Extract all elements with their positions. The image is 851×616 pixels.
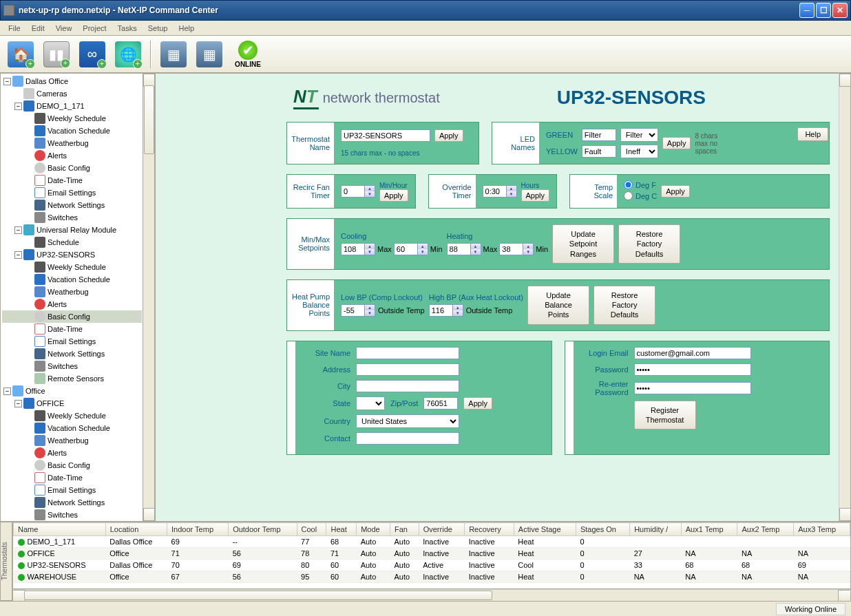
menu-project[interactable]: Project <box>77 22 112 34</box>
tree-office-root[interactable]: −Office <box>2 385 142 397</box>
grid-header-stage[interactable]: Active Stage <box>514 523 576 536</box>
tool-add-link[interactable]: ∞+ <box>76 38 109 71</box>
grid-header-cool[interactable]: Cool <box>297 523 326 536</box>
country-select[interactable]: United States <box>356 414 459 428</box>
recirc-apply-button[interactable]: Apply <box>379 189 408 202</box>
tree-weatherbug-3[interactable]: Weatherbug <box>2 434 142 447</box>
tree-weekly[interactable]: Weekly Schedule <box>2 112 142 125</box>
expander-icon[interactable]: − <box>14 103 22 110</box>
tree-relay-module[interactable]: −Universal Relay Module <box>2 224 142 236</box>
register-button[interactable]: Register Thermostat <box>634 401 696 430</box>
site-apply-button[interactable]: Apply <box>463 397 492 410</box>
tree-vacation-3[interactable]: Vacation Schedule <box>2 422 142 434</box>
temp-apply-button[interactable]: Apply <box>661 185 690 198</box>
override-apply-button[interactable]: Apply <box>521 189 550 202</box>
tree-cameras[interactable]: Cameras <box>2 87 142 100</box>
grid-header-aux3[interactable]: Aux3 Temp <box>794 523 850 536</box>
restore-setpoints-button[interactable]: Restore Factory Defaults <box>618 224 680 264</box>
site-name-input[interactable] <box>356 347 459 359</box>
grid-header-fan[interactable]: Fan <box>390 523 419 536</box>
content-scrollbar[interactable] <box>839 74 850 521</box>
tree-basic-3[interactable]: Basic Config <box>2 459 142 471</box>
grid-header-name[interactable]: Name <box>14 523 106 536</box>
tree-network-2[interactable]: Network Settings <box>2 348 142 360</box>
tree-basic-config[interactable]: Basic Config <box>2 162 142 174</box>
tree-remote[interactable]: Remote Sensors <box>2 372 142 385</box>
menu-setup[interactable]: Setup <box>143 22 174 34</box>
tool-grid-switch[interactable]: ▦ <box>157 38 190 71</box>
led-green-select[interactable]: Filter <box>620 128 658 142</box>
tree-switches-2[interactable]: Switches <box>2 360 142 372</box>
city-input[interactable] <box>356 380 459 392</box>
deg-f-radio[interactable] <box>624 180 633 189</box>
spin-down-icon[interactable]: ▼ <box>365 191 375 197</box>
tree-date-time[interactable]: Date-Time <box>2 174 142 187</box>
expander-icon[interactable]: − <box>14 251 22 259</box>
menu-edit[interactable]: Edit <box>26 22 50 34</box>
tool-grid-link[interactable]: ▦ <box>193 38 226 71</box>
grid-header-heat[interactable]: Heat <box>326 523 357 536</box>
grid-header-outdoor[interactable]: Outdoor Temp <box>229 523 297 536</box>
expander-icon[interactable]: − <box>3 78 11 85</box>
tree-demo[interactable]: −DEMO_1_171 <box>2 100 142 112</box>
tree-alerts-3[interactable]: Alerts <box>2 447 142 459</box>
table-row[interactable]: DEMO_1_171Dallas Office69--7768AutoAutoI… <box>14 536 850 548</box>
tree-email-2[interactable]: Email Settings <box>2 335 142 348</box>
tree-dallas-office[interactable]: −Dallas Office <box>2 75 142 87</box>
expander-icon[interactable]: − <box>14 226 22 234</box>
grid-header-humidity[interactable]: Humidity / <box>630 523 682 536</box>
state-select[interactable] <box>356 396 385 410</box>
update-balance-button[interactable]: Update Balance Points <box>527 286 589 325</box>
spin-up-icon[interactable]: ▲ <box>365 186 375 191</box>
tree-basic-config-2[interactable]: Basic Config <box>2 310 142 323</box>
menu-help[interactable]: Help <box>173 22 200 34</box>
password-input[interactable] <box>634 363 751 376</box>
tree-switches[interactable]: Switches <box>2 211 142 224</box>
table-row[interactable]: UP32-SENSORSDallas Office70698060AutoAut… <box>14 560 850 571</box>
table-row[interactable]: WAREHOUSEOffice67569560AutoAutoInactiveI… <box>14 571 850 583</box>
tool-add-switch[interactable]: ▮▮+ <box>40 38 73 71</box>
tree-email-3[interactable]: Email Settings <box>2 484 142 496</box>
grid-header-mode[interactable]: Mode <box>357 523 390 536</box>
tree-schedule[interactable]: Schedule <box>2 236 142 248</box>
grid-header-aux1[interactable]: Aux1 Temp <box>681 523 737 536</box>
tree-date-time-2[interactable]: Date-Time <box>2 323 142 335</box>
tree-email[interactable]: Email Settings <box>2 187 142 199</box>
heat-max-spinner[interactable]: ▲▼ <box>447 243 481 255</box>
grid-header-recovery[interactable]: Recovery <box>465 523 514 536</box>
login-email-input[interactable] <box>634 347 751 359</box>
deg-c-radio[interactable] <box>624 191 633 200</box>
close-button[interactable]: ✕ <box>832 3 848 18</box>
restore-balance-button[interactable]: Restore Factory Defaults <box>593 286 655 325</box>
grid-h-scrollbar[interactable] <box>12 589 851 601</box>
minimize-button[interactable]: ─ <box>799 3 815 18</box>
reenter-password-input[interactable] <box>634 382 751 394</box>
tree-alerts[interactable]: Alerts <box>2 149 142 162</box>
thermostats-tab[interactable]: Thermostats <box>0 522 12 601</box>
spin-down-icon[interactable]: ▼ <box>507 191 516 197</box>
menu-tasks[interactable]: Tasks <box>112 22 143 34</box>
tree-weatherbug[interactable]: Weatherbug <box>2 137 142 149</box>
address-input[interactable] <box>356 363 459 376</box>
menu-view[interactable]: View <box>50 22 78 34</box>
led-yellow-select[interactable]: Ineff <box>620 145 658 158</box>
table-row[interactable]: OFFICEOffice71567871AutoAutoInactiveInac… <box>14 548 850 560</box>
recirc-spinner[interactable]: ▲▼ <box>341 185 375 198</box>
tree-alerts-2[interactable]: Alerts <box>2 298 142 310</box>
help-button[interactable]: Help <box>797 127 828 141</box>
override-spinner[interactable]: ▲▼ <box>483 185 517 198</box>
grid-header-aux2[interactable]: Aux2 Temp <box>737 523 794 536</box>
tree-weatherbug-2[interactable]: Weatherbug <box>2 286 142 298</box>
name-apply-button[interactable]: Apply <box>434 129 463 142</box>
update-setpoints-button[interactable]: Update Setpoint Ranges <box>552 224 614 264</box>
led-green-input[interactable] <box>582 129 616 141</box>
low-bp-spinner[interactable]: ▲▼ <box>341 304 375 317</box>
grid-header-override[interactable]: Override <box>419 523 464 536</box>
tree-up32[interactable]: −UP32-SENSORS <box>2 248 142 261</box>
expander-icon[interactable]: − <box>3 387 11 395</box>
menu-file[interactable]: File <box>3 22 26 34</box>
tree-weekly-3[interactable]: Weekly Schedule <box>2 410 142 422</box>
maximize-button[interactable]: ☐ <box>816 3 831 18</box>
grid-header-stages_on[interactable]: Stages On <box>576 523 629 536</box>
tool-online[interactable]: ✔ONLINE <box>229 38 267 71</box>
